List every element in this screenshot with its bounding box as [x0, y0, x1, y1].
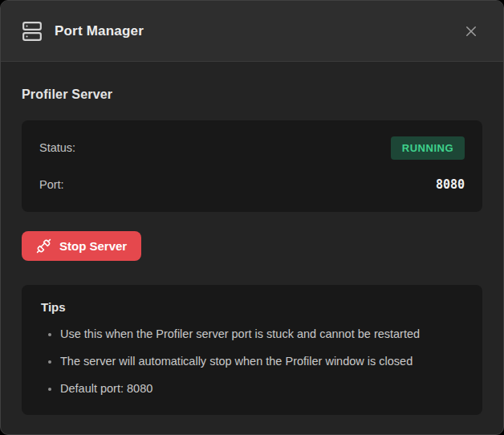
tips-list: Use this when the Profiler server port i… — [41, 326, 463, 397]
stop-server-button[interactable]: Stop Server — [22, 231, 141, 261]
profiler-server-heading: Profiler Server — [22, 87, 482, 102]
tip-item: Default port: 8080 — [60, 380, 463, 397]
port-value: 8080 — [436, 177, 465, 192]
close-icon — [464, 24, 478, 39]
dialog-header: Port Manager — [1, 1, 503, 62]
port-label: Port: — [39, 178, 64, 191]
port-manager-dialog: Port Manager Profiler Server Status: RUN… — [0, 0, 504, 435]
status-row: Status: RUNNING — [39, 132, 465, 164]
status-badge: RUNNING — [391, 136, 465, 160]
tip-item: Use this when the Profiler server port i… — [60, 326, 463, 343]
close-button[interactable] — [457, 17, 486, 46]
tips-panel: Tips Use this when the Profiler server p… — [22, 285, 482, 415]
dialog-content: Profiler Server Status: RUNNING Port: 80… — [1, 62, 503, 435]
tips-heading: Tips — [41, 300, 463, 314]
stop-server-label: Stop Server — [59, 239, 127, 253]
port-row: Port: 8080 — [39, 169, 465, 201]
unplug-icon — [36, 238, 51, 254]
status-label: Status: — [39, 141, 75, 154]
dialog-title: Port Manager — [55, 23, 144, 39]
server-icon — [22, 21, 43, 42]
status-panel: Status: RUNNING Port: 8080 — [22, 120, 482, 212]
tip-item: The server will automatically stop when … — [60, 353, 463, 370]
